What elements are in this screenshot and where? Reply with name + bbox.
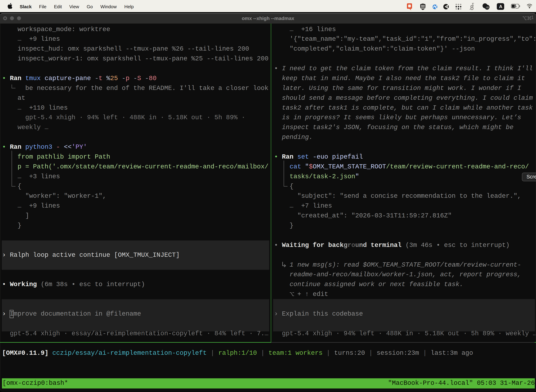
svg-text:..61: ..61 [485, 6, 489, 9]
svg-text:A: A [499, 4, 502, 9]
